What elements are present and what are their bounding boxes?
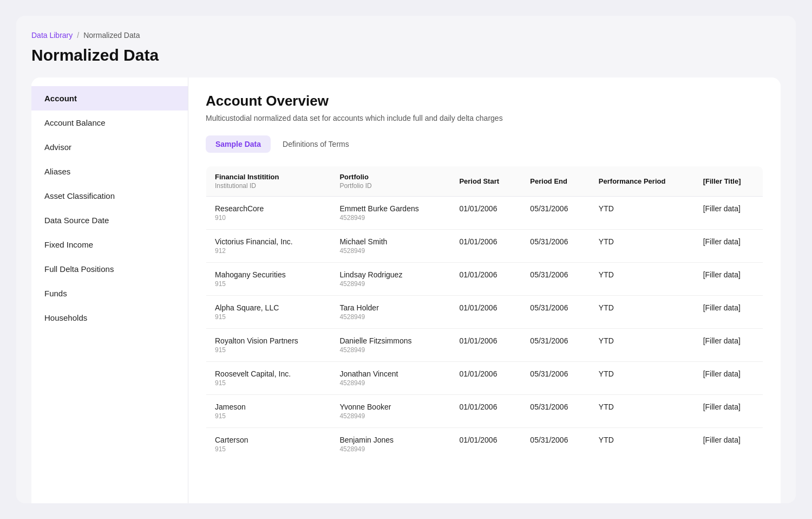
cell-performance-period: YTD xyxy=(590,263,695,296)
cell-institution: Roosevelt Capital, Inc.915 xyxy=(206,362,331,395)
table-row: Carterson915Benjamin Jones452894901/01/2… xyxy=(206,428,763,461)
main-content: AccountAccount BalanceAdvisorAliasesAsse… xyxy=(31,77,781,503)
cell-institution: ResearchCore910 xyxy=(206,197,331,230)
cell-filler: [Filler data] xyxy=(695,395,763,428)
cell-period-end: 05/31/2006 xyxy=(521,296,590,329)
cell-filler: [Filler data] xyxy=(695,263,763,296)
sidebar-item-aliases[interactable]: Aliases xyxy=(31,159,188,184)
cell-period-end: 05/31/2006 xyxy=(521,230,590,263)
cell-portfolio: Tara Holder4528949 xyxy=(331,296,450,329)
sidebar: AccountAccount BalanceAdvisorAliasesAsse… xyxy=(31,77,188,503)
cell-institution: Mahogany Securities915 xyxy=(206,263,331,296)
cell-filler: [Filler data] xyxy=(695,230,763,263)
col-header-filler-title: [Filler Title] xyxy=(695,166,763,197)
sidebar-item-funds[interactable]: Funds xyxy=(31,281,188,306)
col-header-portfolio: PortfolioPortfolio ID xyxy=(331,166,450,197)
table-row: Royalton Vision Partners915Danielle Fitz… xyxy=(206,329,763,362)
col-header-financial-institution: Financial InstititionInstitutional ID xyxy=(206,166,331,197)
cell-filler: [Filler data] xyxy=(695,362,763,395)
page-title: Normalized Data xyxy=(31,46,781,64)
cell-period-start: 01/01/2006 xyxy=(450,230,521,263)
table-body: ResearchCore910Emmett Burke Gardens45289… xyxy=(206,197,763,461)
table-row: ResearchCore910Emmett Burke Gardens45289… xyxy=(206,197,763,230)
cell-period-end: 05/31/2006 xyxy=(521,329,590,362)
cell-portfolio: Michael Smith4528949 xyxy=(331,230,450,263)
cell-portfolio: Danielle Fitzsimmons4528949 xyxy=(331,329,450,362)
cell-period-start: 01/01/2006 xyxy=(450,329,521,362)
cell-period-end: 05/31/2006 xyxy=(521,362,590,395)
cell-period-start: 01/01/2006 xyxy=(450,395,521,428)
cell-portfolio: Emmett Burke Gardens4528949 xyxy=(331,197,450,230)
table-header: Financial InstititionInstitutional IDPor… xyxy=(206,166,763,197)
tab-definitions[interactable]: Definitions of Terms xyxy=(273,135,359,153)
cell-performance-period: YTD xyxy=(590,230,695,263)
cell-portfolio: Benjamin Jones4528949 xyxy=(331,428,450,461)
sidebar-item-data-source-date[interactable]: Data Source Date xyxy=(31,208,188,232)
col-header-period-end: Period End xyxy=(521,166,590,197)
tabs-container: Sample DataDefinitions of Terms xyxy=(206,135,763,153)
app-container: Data Library / Normalized Data Normalize… xyxy=(16,16,796,503)
cell-performance-period: YTD xyxy=(590,428,695,461)
table-row: Roosevelt Capital, Inc.915Jonathan Vince… xyxy=(206,362,763,395)
content-subtitle: Multicustodial normalized data set for a… xyxy=(206,114,763,122)
table-row: Mahogany Securities915Lindsay Rodriguez4… xyxy=(206,263,763,296)
breadcrumb-current: Normalized Data xyxy=(83,31,140,40)
cell-institution: Jameson915 xyxy=(206,395,331,428)
breadcrumb-separator: / xyxy=(77,31,79,40)
table-row: Jameson915Yvonne Booker452894901/01/2006… xyxy=(206,395,763,428)
sidebar-item-full-delta-positions[interactable]: Full Delta Positions xyxy=(31,257,188,281)
table-row: Victorius Financial, Inc.912Michael Smit… xyxy=(206,230,763,263)
col-header-performance-period: Performance Period xyxy=(590,166,695,197)
data-table: Financial InstititionInstitutional IDPor… xyxy=(206,166,763,461)
cell-portfolio: Yvonne Booker4528949 xyxy=(331,395,450,428)
cell-period-end: 05/31/2006 xyxy=(521,395,590,428)
cell-portfolio: Lindsay Rodriguez4528949 xyxy=(331,263,450,296)
table-row: Alpha Square, LLC915Tara Holder452894901… xyxy=(206,296,763,329)
col-sub-portfolio: Portfolio ID xyxy=(339,182,442,190)
cell-filler: [Filler data] xyxy=(695,197,763,230)
cell-period-start: 01/01/2006 xyxy=(450,197,521,230)
tab-sample-data[interactable]: Sample Data xyxy=(206,135,271,153)
cell-period-end: 05/31/2006 xyxy=(521,263,590,296)
content-title: Account Overview xyxy=(206,93,763,109)
cell-institution: Royalton Vision Partners915 xyxy=(206,329,331,362)
cell-filler: [Filler data] xyxy=(695,329,763,362)
cell-performance-period: YTD xyxy=(590,197,695,230)
sidebar-item-account-balance[interactable]: Account Balance xyxy=(31,111,188,135)
col-sub-financial-institution: Institutional ID xyxy=(215,182,322,190)
table-header-row: Financial InstititionInstitutional IDPor… xyxy=(206,166,763,197)
sidebar-item-households[interactable]: Households xyxy=(31,306,188,330)
cell-performance-period: YTD xyxy=(590,395,695,428)
cell-filler: [Filler data] xyxy=(695,428,763,461)
cell-institution: Alpha Square, LLC915 xyxy=(206,296,331,329)
cell-period-start: 01/01/2006 xyxy=(450,296,521,329)
cell-period-start: 01/01/2006 xyxy=(450,362,521,395)
content-area: Account Overview Multicustodial normaliz… xyxy=(188,77,781,503)
sidebar-item-account[interactable]: Account xyxy=(31,86,188,111)
breadcrumb: Data Library / Normalized Data xyxy=(31,31,781,40)
cell-period-start: 01/01/2006 xyxy=(450,428,521,461)
cell-period-start: 01/01/2006 xyxy=(450,263,521,296)
cell-filler: [Filler data] xyxy=(695,296,763,329)
cell-period-end: 05/31/2006 xyxy=(521,197,590,230)
cell-period-end: 05/31/2006 xyxy=(521,428,590,461)
sidebar-item-advisor[interactable]: Advisor xyxy=(31,135,188,159)
sidebar-item-fixed-income[interactable]: Fixed Income xyxy=(31,232,188,257)
cell-performance-period: YTD xyxy=(590,296,695,329)
cell-performance-period: YTD xyxy=(590,329,695,362)
breadcrumb-link[interactable]: Data Library xyxy=(31,31,73,40)
cell-performance-period: YTD xyxy=(590,362,695,395)
sidebar-item-asset-classification[interactable]: Asset Classification xyxy=(31,184,188,208)
cell-institution: Carterson915 xyxy=(206,428,331,461)
cell-institution: Victorius Financial, Inc.912 xyxy=(206,230,331,263)
cell-portfolio: Jonathan Vincent4528949 xyxy=(331,362,450,395)
col-header-period-start: Period Start xyxy=(450,166,521,197)
